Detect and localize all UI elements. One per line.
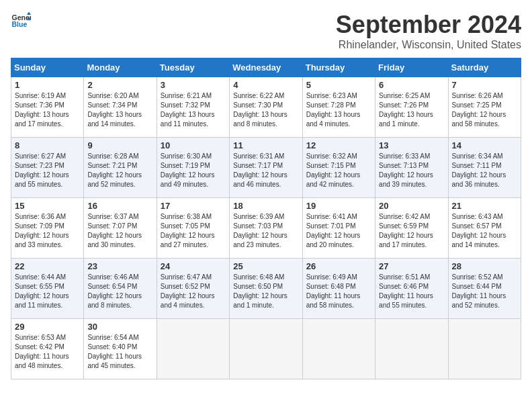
day-info: Sunrise: 6:28 AM Sunset: 7:21 PM Dayligh… — [87, 152, 152, 189]
day-number: 9 — [87, 140, 152, 150]
weekday-header: Thursday — [302, 58, 375, 77]
day-number: 28 — [452, 261, 517, 271]
title-block: September 2024 Rhinelander, Wisconsin, U… — [336, 11, 521, 51]
calendar-cell — [302, 319, 375, 379]
calendar-table: SundayMondayTuesdayWednesdayThursdayFrid… — [11, 58, 521, 379]
calendar-cell: 15Sunrise: 6:36 AM Sunset: 7:09 PM Dayli… — [11, 198, 84, 259]
calendar-cell: 12Sunrise: 6:32 AM Sunset: 7:15 PM Dayli… — [302, 138, 375, 198]
day-number: 22 — [15, 261, 80, 271]
day-number: 26 — [306, 261, 371, 271]
month-title: September 2024 — [336, 11, 521, 39]
day-number: 30 — [87, 322, 152, 332]
calendar-cell — [448, 319, 521, 379]
day-info: Sunrise: 6:49 AM Sunset: 6:48 PM Dayligh… — [306, 273, 371, 310]
day-number: 29 — [15, 322, 80, 332]
day-info: Sunrise: 6:48 AM Sunset: 6:50 PM Dayligh… — [233, 273, 298, 310]
calendar-cell: 28Sunrise: 6:52 AM Sunset: 6:44 PM Dayli… — [448, 259, 521, 319]
calendar-cell: 4Sunrise: 6:22 AM Sunset: 7:30 PM Daylig… — [230, 77, 302, 138]
calendar-cell: 22Sunrise: 6:44 AM Sunset: 6:55 PM Dayli… — [11, 259, 84, 319]
calendar-cell: 5Sunrise: 6:23 AM Sunset: 7:28 PM Daylig… — [302, 77, 375, 138]
calendar-cell: 16Sunrise: 6:37 AM Sunset: 7:07 PM Dayli… — [84, 198, 157, 259]
weekday-header: Saturday — [448, 58, 521, 77]
day-number: 3 — [161, 80, 226, 90]
location-title: Rhinelander, Wisconsin, United States — [336, 39, 521, 51]
day-number: 13 — [379, 140, 444, 150]
calendar-cell: 2Sunrise: 6:20 AM Sunset: 7:34 PM Daylig… — [84, 77, 157, 138]
day-number: 21 — [452, 201, 517, 211]
calendar-cell: 30Sunrise: 6:54 AM Sunset: 6:40 PM Dayli… — [84, 319, 157, 379]
day-info: Sunrise: 6:23 AM Sunset: 7:28 PM Dayligh… — [306, 91, 371, 129]
weekday-header: Friday — [375, 58, 448, 77]
calendar-cell: 11Sunrise: 6:31 AM Sunset: 7:17 PM Dayli… — [230, 138, 302, 198]
calendar-cell: 27Sunrise: 6:51 AM Sunset: 6:46 PM Dayli… — [375, 259, 448, 319]
day-number: 8 — [15, 140, 80, 150]
calendar-cell: 25Sunrise: 6:48 AM Sunset: 6:50 PM Dayli… — [230, 259, 302, 319]
day-number: 4 — [233, 80, 298, 90]
calendar-week-row: 15Sunrise: 6:36 AM Sunset: 7:09 PM Dayli… — [11, 198, 521, 259]
day-info: Sunrise: 6:20 AM Sunset: 7:34 PM Dayligh… — [87, 91, 152, 129]
day-info: Sunrise: 6:25 AM Sunset: 7:26 PM Dayligh… — [379, 91, 444, 129]
calendar-cell: 8Sunrise: 6:27 AM Sunset: 7:23 PM Daylig… — [11, 138, 84, 198]
day-info: Sunrise: 6:37 AM Sunset: 7:07 PM Dayligh… — [87, 212, 152, 250]
day-info: Sunrise: 6:38 AM Sunset: 7:05 PM Dayligh… — [161, 212, 226, 250]
calendar-cell: 7Sunrise: 6:26 AM Sunset: 7:25 PM Daylig… — [448, 77, 521, 138]
day-number: 17 — [161, 201, 226, 211]
calendar-cell: 20Sunrise: 6:42 AM Sunset: 6:59 PM Dayli… — [375, 198, 448, 259]
logo-icon: General Blue — [11, 11, 31, 31]
day-info: Sunrise: 6:41 AM Sunset: 7:01 PM Dayligh… — [306, 212, 371, 250]
header: General Blue September 2024 Rhinelander,… — [11, 11, 521, 51]
calendar-cell: 9Sunrise: 6:28 AM Sunset: 7:21 PM Daylig… — [84, 138, 157, 198]
calendar-cell: 23Sunrise: 6:46 AM Sunset: 6:54 PM Dayli… — [84, 259, 157, 319]
day-info: Sunrise: 6:36 AM Sunset: 7:09 PM Dayligh… — [15, 212, 80, 250]
day-number: 10 — [161, 140, 226, 150]
day-number: 16 — [87, 201, 152, 211]
day-info: Sunrise: 6:39 AM Sunset: 7:03 PM Dayligh… — [233, 212, 298, 250]
calendar-cell — [375, 319, 448, 379]
calendar-week-row: 1Sunrise: 6:19 AM Sunset: 7:36 PM Daylig… — [11, 77, 521, 138]
day-info: Sunrise: 6:22 AM Sunset: 7:30 PM Dayligh… — [233, 91, 298, 129]
day-number: 5 — [306, 80, 371, 90]
calendar-cell: 24Sunrise: 6:47 AM Sunset: 6:52 PM Dayli… — [157, 259, 229, 319]
day-number: 24 — [161, 261, 226, 271]
day-number: 23 — [87, 261, 152, 271]
day-info: Sunrise: 6:30 AM Sunset: 7:19 PM Dayligh… — [161, 152, 226, 189]
calendar-week-row: 22Sunrise: 6:44 AM Sunset: 6:55 PM Dayli… — [11, 259, 521, 319]
day-info: Sunrise: 6:51 AM Sunset: 6:46 PM Dayligh… — [379, 273, 444, 310]
calendar-cell: 6Sunrise: 6:25 AM Sunset: 7:26 PM Daylig… — [375, 77, 448, 138]
day-number: 25 — [233, 261, 298, 271]
day-info: Sunrise: 6:32 AM Sunset: 7:15 PM Dayligh… — [306, 152, 371, 189]
day-info: Sunrise: 6:42 AM Sunset: 6:59 PM Dayligh… — [379, 212, 444, 250]
calendar-cell — [230, 319, 302, 379]
day-info: Sunrise: 6:52 AM Sunset: 6:44 PM Dayligh… — [452, 273, 517, 310]
day-info: Sunrise: 6:31 AM Sunset: 7:17 PM Dayligh… — [233, 152, 298, 189]
day-number: 12 — [306, 140, 371, 150]
day-number: 19 — [306, 201, 371, 211]
day-info: Sunrise: 6:44 AM Sunset: 6:55 PM Dayligh… — [15, 273, 80, 310]
day-info: Sunrise: 6:46 AM Sunset: 6:54 PM Dayligh… — [87, 273, 152, 310]
calendar-cell: 19Sunrise: 6:41 AM Sunset: 7:01 PM Dayli… — [302, 198, 375, 259]
day-info: Sunrise: 6:54 AM Sunset: 6:40 PM Dayligh… — [87, 333, 152, 371]
day-number: 27 — [379, 261, 444, 271]
day-info: Sunrise: 6:34 AM Sunset: 7:11 PM Dayligh… — [452, 152, 517, 189]
day-number: 14 — [452, 140, 517, 150]
calendar-cell: 26Sunrise: 6:49 AM Sunset: 6:48 PM Dayli… — [302, 259, 375, 319]
weekday-header: Tuesday — [157, 58, 229, 77]
svg-text:Blue: Blue — [12, 20, 28, 28]
day-number: 20 — [379, 201, 444, 211]
weekday-header: Wednesday — [230, 58, 302, 77]
logo: General Blue — [11, 11, 31, 31]
day-info: Sunrise: 6:21 AM Sunset: 7:32 PM Dayligh… — [161, 91, 226, 129]
calendar-cell: 10Sunrise: 6:30 AM Sunset: 7:19 PM Dayli… — [157, 138, 229, 198]
day-info: Sunrise: 6:26 AM Sunset: 7:25 PM Dayligh… — [452, 91, 517, 129]
day-info: Sunrise: 6:19 AM Sunset: 7:36 PM Dayligh… — [15, 91, 80, 129]
calendar-cell: 21Sunrise: 6:43 AM Sunset: 6:57 PM Dayli… — [448, 198, 521, 259]
weekday-header: Sunday — [11, 58, 84, 77]
weekday-header-row: SundayMondayTuesdayWednesdayThursdayFrid… — [11, 58, 521, 77]
day-number: 7 — [452, 80, 517, 90]
day-number: 11 — [233, 140, 298, 150]
day-info: Sunrise: 6:27 AM Sunset: 7:23 PM Dayligh… — [15, 152, 80, 189]
day-number: 15 — [15, 201, 80, 211]
day-number: 18 — [233, 201, 298, 211]
calendar-cell: 1Sunrise: 6:19 AM Sunset: 7:36 PM Daylig… — [11, 77, 84, 138]
day-number: 1 — [15, 80, 80, 90]
